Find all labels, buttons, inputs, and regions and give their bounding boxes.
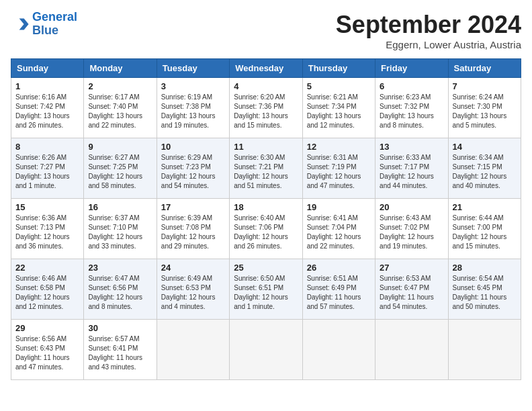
day-number: 12 — [307, 142, 371, 152]
day-info: Sunrise: 6:27 AMSunset: 7:25 PMDaylight:… — [88, 154, 142, 189]
day-number: 21 — [453, 202, 517, 212]
day-info: Sunrise: 6:53 AMSunset: 6:47 PMDaylight:… — [380, 275, 434, 310]
day-info: Sunrise: 6:17 AMSunset: 7:40 PMDaylight:… — [88, 93, 142, 129]
calendar-day-6: 6Sunrise: 6:23 AMSunset: 7:32 PMDaylight… — [375, 78, 448, 138]
day-info: Sunrise: 6:23 AMSunset: 7:32 PMDaylight:… — [380, 93, 434, 129]
calendar-day-19: 19Sunrise: 6:41 AMSunset: 7:04 PMDayligh… — [302, 199, 375, 259]
day-number: 18 — [234, 202, 298, 212]
location: Eggern, Lower Austria, Austria — [336, 39, 521, 50]
calendar-day-20: 20Sunrise: 6:43 AMSunset: 7:02 PMDayligh… — [375, 199, 448, 259]
calendar-day-empty — [302, 320, 375, 380]
day-number: 22 — [15, 263, 79, 273]
day-info: Sunrise: 6:54 AMSunset: 6:45 PMDaylight:… — [453, 275, 507, 310]
calendar-day-8: 8Sunrise: 6:26 AMSunset: 7:27 PMDaylight… — [11, 138, 84, 199]
day-number: 11 — [234, 142, 298, 152]
day-info: Sunrise: 6:39 AMSunset: 7:08 PMDaylight:… — [161, 214, 216, 250]
day-info: Sunrise: 6:37 AMSunset: 7:10 PMDaylight:… — [88, 214, 142, 250]
calendar-day-13: 13Sunrise: 6:33 AMSunset: 7:17 PMDayligh… — [375, 138, 448, 199]
day-info: Sunrise: 6:43 AMSunset: 7:02 PMDaylight:… — [380, 214, 434, 250]
day-number: 15 — [15, 202, 79, 212]
weekday-header-tuesday: Tuesday — [157, 59, 229, 78]
calendar-day-11: 11Sunrise: 6:30 AMSunset: 7:21 PMDayligh… — [230, 138, 302, 199]
calendar-day-30: 30Sunrise: 6:57 AMSunset: 6:41 PMDayligh… — [84, 320, 157, 380]
page-header: General Blue September 2024 Eggern, Lowe… — [11, 11, 521, 50]
day-number: 24 — [161, 263, 225, 273]
day-info: Sunrise: 6:57 AMSunset: 6:41 PMDaylight:… — [88, 335, 142, 371]
day-number: 25 — [234, 263, 298, 273]
calendar-day-28: 28Sunrise: 6:54 AMSunset: 6:45 PMDayligh… — [448, 259, 521, 320]
calendar-day-2: 2Sunrise: 6:17 AMSunset: 7:40 PMDaylight… — [84, 78, 157, 138]
day-info: Sunrise: 6:19 AMSunset: 7:38 PMDaylight:… — [161, 93, 216, 129]
day-number: 6 — [380, 81, 443, 91]
calendar-day-7: 7Sunrise: 6:24 AMSunset: 7:30 PMDaylight… — [448, 78, 521, 138]
day-number: 3 — [161, 81, 225, 91]
month-title: September 2024 — [336, 11, 521, 39]
day-info: Sunrise: 6:51 AMSunset: 6:49 PMDaylight:… — [307, 275, 361, 310]
calendar-day-10: 10Sunrise: 6:29 AMSunset: 7:23 PMDayligh… — [157, 138, 229, 199]
day-info: Sunrise: 6:50 AMSunset: 6:51 PMDaylight:… — [234, 275, 288, 310]
day-info: Sunrise: 6:47 AMSunset: 6:56 PMDaylight:… — [88, 275, 142, 310]
day-info: Sunrise: 6:26 AMSunset: 7:27 PMDaylight:… — [15, 154, 70, 189]
weekday-header-wednesday: Wednesday — [230, 59, 302, 78]
day-number: 9 — [88, 142, 152, 152]
day-info: Sunrise: 6:56 AMSunset: 6:43 PMDaylight:… — [15, 335, 70, 371]
day-number: 5 — [307, 81, 371, 91]
calendar-day-23: 23Sunrise: 6:47 AMSunset: 6:56 PMDayligh… — [84, 259, 157, 320]
day-number: 2 — [88, 81, 152, 91]
calendar-day-16: 16Sunrise: 6:37 AMSunset: 7:10 PMDayligh… — [84, 199, 157, 259]
day-number: 4 — [234, 81, 298, 91]
day-info: Sunrise: 6:40 AMSunset: 7:06 PMDaylight:… — [234, 214, 288, 250]
logo-blue: Blue — [32, 24, 77, 38]
logo: General Blue — [11, 11, 77, 38]
day-info: Sunrise: 6:24 AMSunset: 7:30 PMDaylight:… — [453, 93, 507, 129]
weekday-header-thursday: Thursday — [302, 59, 375, 78]
logo-icon — [11, 15, 30, 34]
day-info: Sunrise: 6:34 AMSunset: 7:15 PMDaylight:… — [453, 154, 507, 189]
day-number: 27 — [380, 263, 443, 273]
calendar-day-25: 25Sunrise: 6:50 AMSunset: 6:51 PMDayligh… — [230, 259, 302, 320]
calendar-header-row: SundayMondayTuesdayWednesdayThursdayFrid… — [11, 59, 521, 78]
day-info: Sunrise: 6:16 AMSunset: 7:42 PMDaylight:… — [15, 93, 70, 129]
day-number: 7 — [453, 81, 517, 91]
day-info: Sunrise: 6:49 AMSunset: 6:53 PMDaylight:… — [161, 275, 216, 310]
calendar-day-4: 4Sunrise: 6:20 AMSunset: 7:36 PMDaylight… — [230, 78, 302, 138]
calendar-day-29: 29Sunrise: 6:56 AMSunset: 6:43 PMDayligh… — [11, 320, 84, 380]
calendar-day-14: 14Sunrise: 6:34 AMSunset: 7:15 PMDayligh… — [448, 138, 521, 199]
calendar-table: SundayMondayTuesdayWednesdayThursdayFrid… — [11, 58, 521, 380]
day-number: 13 — [380, 142, 443, 152]
calendar-day-26: 26Sunrise: 6:51 AMSunset: 6:49 PMDayligh… — [302, 259, 375, 320]
calendar-day-18: 18Sunrise: 6:40 AMSunset: 7:06 PMDayligh… — [230, 199, 302, 259]
logo-general: General — [32, 10, 77, 24]
day-info: Sunrise: 6:30 AMSunset: 7:21 PMDaylight:… — [234, 154, 288, 189]
calendar-week-row-1: 1Sunrise: 6:16 AMSunset: 7:42 PMDaylight… — [11, 78, 521, 138]
day-number: 16 — [88, 202, 152, 212]
calendar-day-9: 9Sunrise: 6:27 AMSunset: 7:25 PMDaylight… — [84, 138, 157, 199]
day-info: Sunrise: 6:20 AMSunset: 7:36 PMDaylight:… — [234, 93, 288, 129]
calendar-day-27: 27Sunrise: 6:53 AMSunset: 6:47 PMDayligh… — [375, 259, 448, 320]
calendar-day-empty — [448, 320, 521, 380]
day-number: 14 — [453, 142, 517, 152]
weekday-header-friday: Friday — [375, 59, 448, 78]
calendar-week-row-5: 29Sunrise: 6:56 AMSunset: 6:43 PMDayligh… — [11, 320, 521, 380]
day-number: 8 — [15, 142, 79, 152]
day-number: 19 — [307, 202, 371, 212]
day-info: Sunrise: 6:31 AMSunset: 7:19 PMDaylight:… — [307, 154, 361, 189]
weekday-header-saturday: Saturday — [448, 59, 521, 78]
logo-text: General Blue — [32, 11, 77, 38]
svg-marker-0 — [19, 18, 29, 30]
day-number: 30 — [88, 323, 152, 333]
calendar-day-empty — [157, 320, 229, 380]
day-info: Sunrise: 6:21 AMSunset: 7:34 PMDaylight:… — [307, 93, 361, 129]
day-info: Sunrise: 6:33 AMSunset: 7:17 PMDaylight:… — [380, 154, 434, 189]
day-info: Sunrise: 6:29 AMSunset: 7:23 PMDaylight:… — [161, 154, 216, 189]
calendar-day-17: 17Sunrise: 6:39 AMSunset: 7:08 PMDayligh… — [157, 199, 229, 259]
day-number: 26 — [307, 263, 371, 273]
calendar-week-row-4: 22Sunrise: 6:46 AMSunset: 6:58 PMDayligh… — [11, 259, 521, 320]
title-block: September 2024 Eggern, Lower Austria, Au… — [336, 11, 521, 50]
calendar-day-empty — [375, 320, 448, 380]
calendar-day-24: 24Sunrise: 6:49 AMSunset: 6:53 PMDayligh… — [157, 259, 229, 320]
calendar-day-1: 1Sunrise: 6:16 AMSunset: 7:42 PMDaylight… — [11, 78, 84, 138]
calendar-day-21: 21Sunrise: 6:44 AMSunset: 7:00 PMDayligh… — [448, 199, 521, 259]
calendar-day-3: 3Sunrise: 6:19 AMSunset: 7:38 PMDaylight… — [157, 78, 229, 138]
calendar-week-row-3: 15Sunrise: 6:36 AMSunset: 7:13 PMDayligh… — [11, 199, 521, 259]
